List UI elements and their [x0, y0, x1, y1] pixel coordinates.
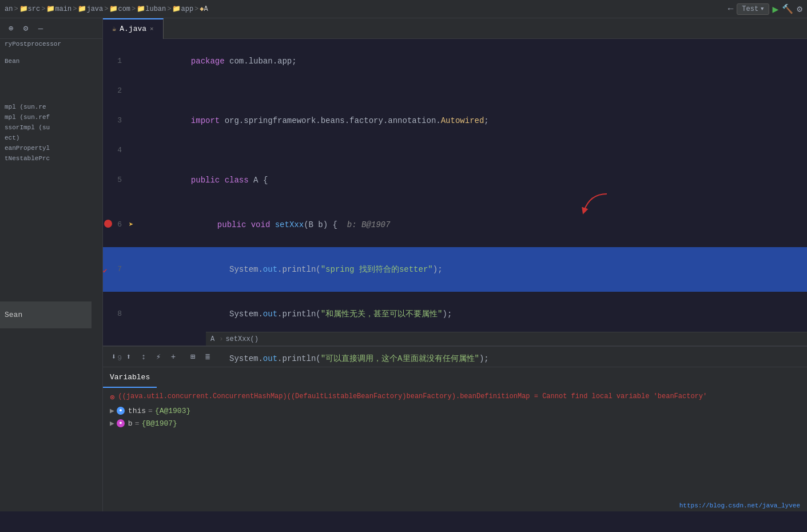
main-layout: ⊕ ⚙ — ryPostprocessor Bean Sean mpl (sun…: [0, 18, 807, 511]
this-var-value: {A@1903}: [155, 407, 190, 415]
breadcrumb-icon-com: 📁: [109, 5, 118, 13]
breadcrumb-sep7: >: [194, 5, 198, 13]
line-content-8: System.out.println("和属性无关，甚至可以不要属性");: [129, 292, 807, 336]
code-line-1: 1 package com.luban.app;: [103, 39, 807, 84]
editor-area: ☕ A.java × 1 package com.luban.app; 2: [103, 18, 807, 511]
code-line-6: 6 ➤ public void setXxx(B b) { b: B@1907: [103, 203, 807, 247]
run-controls: ← Test ▼ ▶ 🔨 ⚙: [728, 3, 802, 15]
sidebar-item-nesatable[interactable]: tNestablePrc: [0, 153, 102, 164]
breadcrumb-sep6: >: [167, 5, 171, 13]
code-line-5: 5 public class A {: [103, 158, 807, 203]
code-line-8: 8 System.out.println("和属性无关，甚至可以不要属性");: [103, 292, 807, 336]
line-num-2: 2: [103, 84, 129, 98]
breadcrumb-icon-app: 📁: [172, 5, 181, 13]
sidebar-item-ect[interactable]: ect): [0, 133, 102, 143]
line-num-7: 7 ✔: [103, 262, 129, 277]
status-bar: https://blog.csdn.net/java_lyvee: [673, 500, 807, 511]
toolbar-settings-icon[interactable]: ⚙: [19, 22, 32, 35]
breadcrumb-item-app[interactable]: app: [181, 5, 193, 13]
line-num-5: 5: [103, 173, 129, 188]
breadcrumb-item-src[interactable]: src: [28, 5, 41, 13]
code-line-9: 9 System.out.println("可以直接调用，这个A里面就没有任何属…: [103, 336, 807, 366]
breadcrumb-item-luban[interactable]: luban: [145, 5, 166, 13]
debug-check-icon: ✔: [103, 264, 107, 279]
breadcrumb-sep4: >: [104, 5, 108, 13]
build-icon[interactable]: 🔨: [782, 3, 793, 15]
variable-b: ▶ ● b = {B@1907}: [103, 417, 807, 430]
breadcrumb-sep2: >: [41, 5, 45, 13]
breadcrumb-item-main[interactable]: main: [55, 5, 71, 13]
debug-breakpoint-icon: [104, 220, 112, 228]
b-var-icon: ●: [117, 419, 125, 427]
line-num-8: 8: [103, 307, 129, 321]
b-var-value: {B@1907}: [141, 419, 177, 428]
tab-close-icon[interactable]: ×: [150, 26, 154, 33]
expand-b-icon[interactable]: ▶: [110, 419, 114, 428]
error-message: Cannot find local variable 'beanFactory': [542, 392, 707, 400]
play-icon[interactable]: ▶: [773, 3, 779, 15]
line-content-9: System.out.println("可以直接调用，这个A里面就没有任何属性"…: [129, 336, 807, 366]
line-content-6: public void setXxx(B b) { b: B@1907: [136, 203, 807, 247]
line-content-5: public class A {: [129, 158, 807, 203]
line-content-1: package com.luban.app;: [129, 39, 807, 84]
line-num-9: 9: [103, 351, 129, 366]
line-num-3: 3: [103, 113, 129, 128]
test-label: Test: [742, 5, 758, 13]
breadcrumb-item-an[interactable]: an: [5, 5, 13, 13]
debug-panel: ⬇ ⬆ ↕ ⚡ + ⊞ ≣ Variables ⊗ ((: [103, 346, 807, 511]
settings-icon[interactable]: ⚙: [797, 3, 802, 15]
line-num-6: 6: [103, 217, 129, 232]
sidebar-item-bean[interactable]: Bean: [0, 56, 102, 66]
sean-text: Sean: [0, 301, 92, 328]
sidebar-item-ssorimpl[interactable]: ssorImpl (su: [0, 122, 102, 133]
toolbar-plus-icon[interactable]: ⊕: [5, 22, 17, 35]
line-num-1: 1: [103, 54, 129, 69]
code-line-3: 3 import org.springframework.beans.facto…: [103, 98, 807, 143]
code-line-4: 4: [103, 143, 807, 158]
this-var-icon: ●: [117, 407, 125, 415]
code-line-7: 7 ✔ System.out.println("spring 找到符合的sett…: [103, 247, 807, 292]
breadcrumb-icon-A: ◆: [200, 5, 204, 13]
toolbar-collapse-icon[interactable]: —: [34, 22, 47, 35]
b-var-name: b: [128, 419, 133, 428]
csdn-url-link[interactable]: https://blog.csdn.net/java_lyvee: [679, 502, 800, 509]
debug-current-arrow-icon: ➤: [129, 217, 133, 232]
breadcrumb-item-java[interactable]: java: [86, 5, 103, 13]
sidebar-item-impl1[interactable]: mpl (sun.re: [0, 102, 102, 112]
debug-error-row: ⊗ ((java.util.concurrent.ConcurrentHashM…: [103, 390, 807, 404]
code-editor[interactable]: 1 package com.luban.app; 2 3 import org.…: [103, 39, 807, 366]
debug-tabs: Variables: [103, 367, 807, 388]
tab-a-java[interactable]: ☕ A.java ×: [103, 18, 164, 39]
error-icon: ⊗: [110, 392, 114, 402]
breadcrumb-icon-java: 📁: [78, 5, 86, 13]
this-var-name: this: [128, 407, 146, 415]
sidebar-item-ryPostprocessor[interactable]: ryPostprocessor: [0, 39, 102, 49]
debug-variables-content: ⊗ ((java.util.concurrent.ConcurrentHashM…: [103, 388, 807, 511]
breadcrumb-sep3: >: [73, 5, 77, 13]
line-num-4: 4: [103, 143, 129, 158]
tab-bar: ☕ A.java ×: [103, 18, 807, 39]
sidebar-item-impl2[interactable]: mpl (sun.ref: [0, 112, 102, 122]
breadcrumb-item-com[interactable]: com: [118, 5, 130, 13]
sidebar-item-blank2: [0, 66, 102, 73]
breadcrumb-sep: >: [14, 5, 18, 13]
variable-this: ▶ ● this = {A@1903}: [103, 404, 807, 417]
breadcrumb-icon-src: 📁: [19, 5, 28, 13]
back-icon[interactable]: ←: [728, 4, 734, 14]
line-content-2: [129, 84, 807, 98]
line-content-7: System.out.println("spring 找到符合的setter")…: [129, 247, 807, 292]
code-lines: 1 package com.luban.app; 2 3 import org.…: [103, 39, 807, 366]
code-line-2: 2: [103, 84, 807, 98]
breadcrumb-icon-luban: 📁: [137, 5, 145, 13]
breadcrumb-item-A[interactable]: A: [204, 5, 208, 13]
variables-tab[interactable]: Variables: [103, 367, 157, 388]
test-dropdown[interactable]: Test ▼: [737, 3, 769, 15]
breadcrumb-icon-main: 📁: [46, 5, 55, 13]
expand-this-icon[interactable]: ▶: [110, 406, 114, 415]
sidebar-item-beanproperty[interactable]: eanPropertyl: [0, 143, 102, 153]
line-content-3: import org.springframework.beans.factory…: [129, 98, 807, 143]
sidebar-item-blank1: [0, 49, 102, 56]
breadcrumb-bar: an > 📁 src > 📁 main > 📁 java > 📁 com > 📁…: [0, 0, 807, 18]
breadcrumb-sep5: >: [132, 5, 136, 13]
line-content-4: [129, 143, 807, 158]
